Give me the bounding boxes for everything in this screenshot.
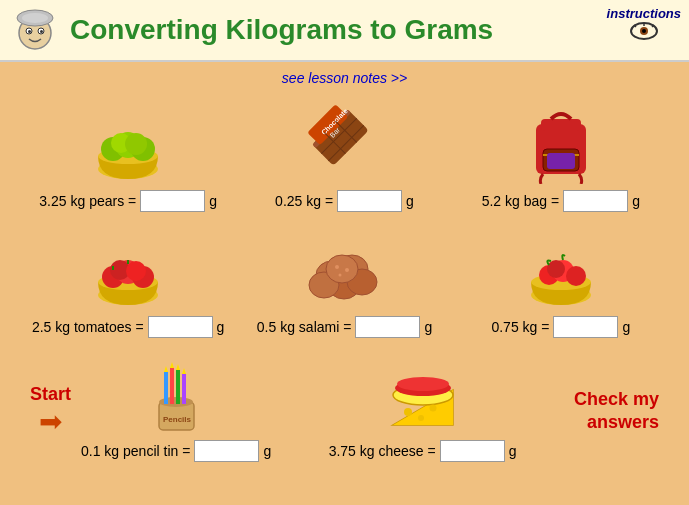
q7-label: 0.1 kg pencil tin =: [81, 443, 190, 459]
svg-marker-66: [176, 364, 180, 370]
svg-rect-61: [164, 372, 168, 404]
page-title: Converting Kilograms to Grams: [70, 14, 679, 46]
q4-unit: g: [217, 319, 225, 335]
q1-input[interactable]: [140, 190, 205, 212]
q2-row: 0.25 kg = g: [275, 190, 414, 212]
tomatoes-icon: [88, 227, 168, 307]
q3-row: 5.2 kg bag = g: [482, 190, 640, 212]
q1-label: 3.25 kg pears =: [39, 193, 136, 209]
svg-point-49: [335, 265, 339, 269]
check-answers-button[interactable]: Check my answers: [574, 388, 659, 435]
q7-unit: g: [263, 443, 271, 459]
chocolate-bar-icon: Chocolate Bar: [293, 90, 396, 193]
q6-input[interactable]: [553, 316, 618, 338]
instructions-label: instructions: [607, 6, 681, 21]
choc-cell: Chocolate Bar 0.25 kg = g: [236, 96, 452, 212]
svg-rect-65: [176, 370, 180, 404]
svg-marker-64: [170, 362, 174, 368]
svg-point-51: [338, 274, 341, 277]
svg-point-57: [547, 260, 565, 278]
tomatoes-cell: 2.5 kg tomatoes = g: [20, 222, 236, 338]
svg-rect-30: [541, 119, 581, 131]
q3-label: 5.2 kg bag =: [482, 193, 559, 209]
svg-point-50: [345, 268, 349, 272]
q8-row: 3.75 kg cheese = g: [329, 440, 517, 462]
svg-rect-63: [170, 368, 174, 404]
q8-input[interactable]: [440, 440, 505, 462]
eye-icon: [629, 21, 659, 41]
q4-input[interactable]: [148, 316, 213, 338]
q2-input[interactable]: [337, 190, 402, 212]
svg-point-56: [566, 266, 586, 286]
instructions-button[interactable]: instructions: [607, 6, 681, 41]
svg-text:Pencils: Pencils: [163, 415, 192, 424]
svg-point-74: [404, 408, 412, 416]
q7-input[interactable]: [194, 440, 259, 462]
q5-input[interactable]: [355, 316, 420, 338]
svg-point-5: [28, 30, 31, 33]
pears-cell: 3.25 kg pears = g: [20, 96, 236, 212]
svg-point-19: [125, 133, 147, 155]
q6-unit: g: [622, 319, 630, 335]
mascot-icon: [10, 5, 60, 55]
svg-point-75: [429, 405, 436, 412]
pencil-tin-icon: Pencils: [144, 360, 209, 440]
arrow-right-icon: ➡: [39, 405, 62, 438]
q6-label: 0.75 kg =: [491, 319, 549, 335]
q1-unit: g: [209, 193, 217, 209]
svg-point-6: [40, 30, 43, 33]
q4-label: 2.5 kg tomatoes =: [32, 319, 144, 335]
q6-row: 0.75 kg = g: [491, 316, 630, 338]
cheese-icon: [383, 360, 463, 440]
pears-icon: [88, 101, 168, 181]
q5-row: 0.5 kg salami = g: [257, 316, 432, 338]
q4-row: 2.5 kg tomatoes = g: [32, 316, 224, 338]
svg-point-9: [642, 29, 646, 33]
q3-unit: g: [632, 193, 640, 209]
salami-cell: 0.5 kg salami = g: [236, 222, 452, 338]
svg-rect-67: [182, 374, 186, 404]
svg-point-76: [418, 415, 424, 421]
svg-rect-33: [547, 153, 575, 169]
q3-input[interactable]: [563, 190, 628, 212]
bowl2-icon: [521, 227, 601, 307]
q2-unit: g: [406, 193, 414, 209]
start-button[interactable]: Start ➡: [30, 384, 71, 438]
bag-cell: 5.2 kg bag = g: [453, 96, 669, 212]
q5-unit: g: [424, 319, 432, 335]
q8-label: 3.75 kg cheese =: [329, 443, 436, 459]
bottom-row: Start ➡ Pencils: [20, 360, 669, 462]
bag-icon: [521, 99, 601, 184]
salami-icon: [302, 227, 387, 307]
svg-point-48: [326, 255, 358, 283]
header: Converting Kilograms to Grams instructio…: [0, 0, 689, 62]
svg-point-73: [397, 377, 449, 391]
bowl2-cell: 0.75 kg = g: [453, 222, 669, 338]
lesson-notes-link[interactable]: see lesson notes >>: [20, 70, 669, 86]
main-content: see lesson notes >> 3.25 k: [0, 62, 689, 505]
q1-row: 3.25 kg pears = g: [39, 190, 217, 212]
svg-point-2: [22, 13, 48, 23]
q7-row: 0.1 kg pencil tin = g: [81, 440, 271, 462]
q2-label: 0.25 kg =: [275, 193, 333, 209]
q5-label: 0.5 kg salami =: [257, 319, 352, 335]
svg-marker-68: [182, 368, 186, 374]
start-label: Start: [30, 384, 71, 405]
q8-unit: g: [509, 443, 517, 459]
svg-marker-62: [164, 366, 168, 372]
